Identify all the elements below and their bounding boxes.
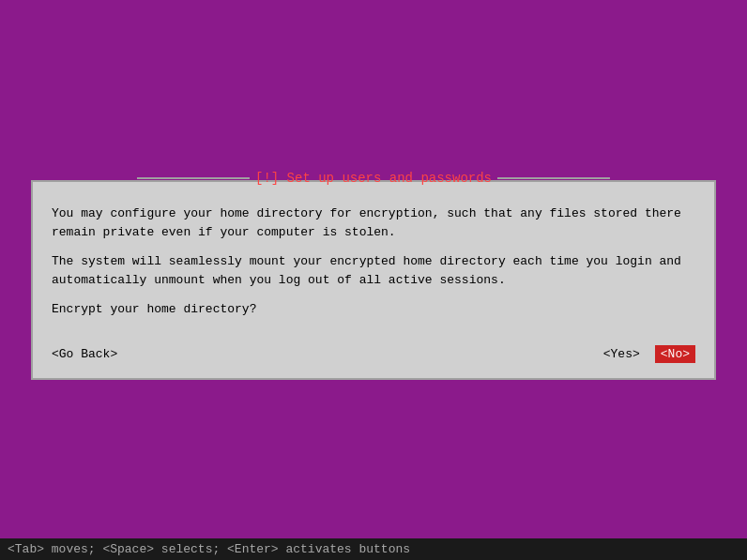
screen: [!] Set up users and passwords You may c…: [0, 0, 747, 560]
dialog-title: [!] Set up users and passwords: [255, 171, 492, 186]
yes-button[interactable]: <Yes>: [603, 347, 640, 361]
title-line-right: [497, 177, 610, 179]
dialog-buttons: <Go Back> <Yes> <No>: [33, 334, 714, 378]
go-back-button[interactable]: <Go Back>: [52, 347, 117, 361]
no-button[interactable]: <No>: [655, 345, 695, 363]
right-buttons: <Yes> <No>: [603, 345, 695, 363]
encrypt-question: Encrypt your home directory?: [52, 300, 695, 319]
paragraph2: The system will seamlessly mount your en…: [52, 252, 695, 289]
dialog-title-bar: [!] Set up users and passwords: [137, 171, 610, 186]
paragraph1: You may configure your home directory fo…: [52, 204, 695, 241]
title-line-left: [137, 177, 250, 179]
dialog-content: You may configure your home directory fo…: [33, 182, 714, 334]
dialog-box: [!] Set up users and passwords You may c…: [31, 180, 716, 380]
status-bar-text: <Tab> moves; <Space> selects; <Enter> ac…: [8, 542, 410, 556]
status-bar: <Tab> moves; <Space> selects; <Enter> ac…: [0, 538, 747, 560]
